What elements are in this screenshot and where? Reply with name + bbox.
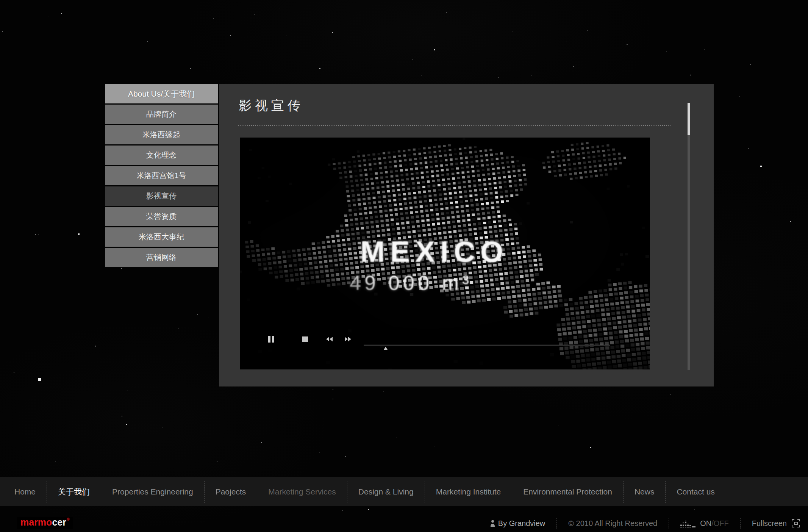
nav-item[interactable]: Properties Engineering <box>101 487 204 496</box>
video-controls <box>268 335 351 343</box>
nav-item[interactable]: Paojects <box>205 487 257 496</box>
marmocer-logo[interactable]: marmocer® <box>17 517 73 529</box>
star <box>498 77 499 78</box>
sidebar-item[interactable]: 荣誉资质 <box>105 207 218 226</box>
logo-text-cer: cer <box>52 517 66 527</box>
nav-item[interactable]: Home <box>14 487 47 496</box>
star <box>324 74 324 74</box>
star <box>430 428 430 428</box>
star <box>261 442 262 443</box>
nav-item[interactable]: Marketing Services <box>257 487 347 496</box>
star <box>126 434 126 435</box>
pause-icon[interactable] <box>268 335 274 343</box>
star <box>147 41 148 42</box>
star <box>197 315 198 315</box>
sidebar-item[interactable]: 米洛西大事纪 <box>105 227 218 247</box>
rewind-icon <box>330 337 333 341</box>
sidebar-item[interactable]: 米洛西宫馆1号 <box>105 166 218 185</box>
star <box>319 452 320 452</box>
nav-item[interactable]: Marketing Institute <box>425 487 512 496</box>
nav-item[interactable]: Design & Living <box>347 487 425 496</box>
star <box>739 96 740 97</box>
star <box>434 446 434 446</box>
sidebar-item[interactable]: 营销网络 <box>105 248 218 267</box>
star <box>252 530 252 530</box>
page: About Us/关于我们 品牌简介米洛西缘起文化理念米洛西宫馆1号影视宣传荣誉… <box>0 0 808 532</box>
video-overlay-volume: 49 000 m³ <box>350 271 472 294</box>
grandview-person-icon <box>490 520 495 527</box>
star <box>434 49 435 50</box>
star <box>728 429 728 429</box>
star <box>670 394 671 394</box>
logo-text-marmo: marmo <box>20 517 52 527</box>
star <box>790 221 791 222</box>
fullscreen-icon[interactable] <box>791 519 800 528</box>
star <box>746 361 747 361</box>
nav-item[interactable]: Contact us <box>666 487 725 496</box>
star <box>345 456 346 457</box>
star <box>249 9 249 10</box>
nav-item[interactable]: 关于我们 <box>47 487 101 497</box>
panel-scrollbar-track[interactable] <box>688 103 690 370</box>
video-overlay-country: MEXICO <box>360 235 509 269</box>
bottom-navigation: Home关于我们Properties EngineeringPaojectsMa… <box>0 477 808 506</box>
star <box>413 59 413 60</box>
sidebar: About Us/关于我们 品牌简介米洛西缘起文化理念米洛西宫馆1号影视宣传荣誉… <box>105 84 218 267</box>
seek-position-marker[interactable] <box>384 347 388 350</box>
sidebar-item-label: 米洛西宫馆1号 <box>136 171 186 180</box>
star <box>230 35 231 36</box>
star <box>748 148 749 149</box>
sidebar-menu: 品牌简介米洛西缘起文化理念米洛西宫馆1号影视宣传荣誉资质米洛西大事纪营销网络 <box>105 105 218 267</box>
sidebar-item[interactable]: 品牌简介 <box>105 105 218 124</box>
panel-scrollbar-thumb[interactable] <box>688 103 690 135</box>
star <box>280 8 280 8</box>
sound-on-label[interactable]: ON <box>700 519 711 528</box>
sidebar-item-label: 米洛西大事纪 <box>139 233 184 241</box>
star <box>2 354 2 354</box>
star <box>14 372 14 372</box>
fullscreen-label[interactable]: Fullscreen <box>752 519 787 528</box>
star <box>588 30 588 31</box>
star <box>782 342 782 343</box>
sidebar-item[interactable]: 文化理念 <box>105 146 218 165</box>
star <box>568 25 568 26</box>
video-player[interactable]: MEXICO 49 000 m³ <box>240 138 650 369</box>
star <box>286 36 286 36</box>
star <box>217 461 217 462</box>
star <box>627 44 628 45</box>
pause-icon <box>268 336 270 343</box>
equalizer-icon[interactable] <box>680 519 696 527</box>
star <box>163 427 163 427</box>
star <box>383 391 384 391</box>
star <box>38 378 41 381</box>
sidebar-header-about-us[interactable]: About Us/关于我们 <box>105 84 218 103</box>
video-seekbar[interactable] <box>364 345 610 346</box>
sidebar-item-label: 影视宣传 <box>146 192 177 200</box>
star <box>531 75 532 75</box>
star <box>121 268 122 269</box>
sidebar-item[interactable]: 影视宣传 <box>105 186 218 206</box>
sidebar-item-label: 品牌简介 <box>146 110 177 118</box>
star <box>750 64 751 65</box>
star <box>16 298 16 298</box>
rewind-icon[interactable] <box>326 335 333 343</box>
forward-icon <box>348 337 351 341</box>
nav-item[interactable]: Environmental Protection <box>512 487 623 496</box>
nav-item[interactable]: News <box>624 487 666 496</box>
stop-icon <box>302 336 308 342</box>
star <box>720 211 720 212</box>
sidebar-item-label: 营销网络 <box>146 253 177 261</box>
forward-icon[interactable] <box>345 335 351 343</box>
sound-off-label[interactable]: /OFF <box>711 519 729 528</box>
sidebar-item-label: 文化理念 <box>146 151 177 159</box>
star <box>694 509 695 510</box>
page-title: 影视宣传 <box>239 97 304 114</box>
star <box>421 75 422 75</box>
footer-divider <box>669 518 669 529</box>
stop-icon[interactable] <box>302 335 308 343</box>
star <box>666 51 667 52</box>
sidebar-item[interactable]: 米洛西缘起 <box>105 125 218 144</box>
content-panel: 影视宣传 MEXICO 49 000 m³ <box>219 84 714 386</box>
star <box>254 14 255 15</box>
star <box>214 444 215 444</box>
